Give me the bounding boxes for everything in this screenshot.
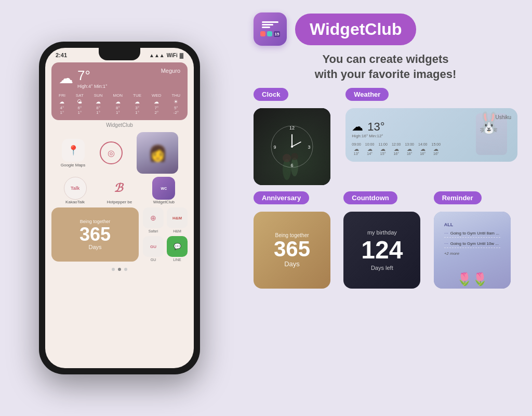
app-header: 15 WidgetClub bbox=[254, 12, 517, 46]
ap-days: 365 bbox=[274, 238, 310, 260]
reminder-content: ALL ⋯ Going to Gym Until 8am ... ⋯ Going… bbox=[440, 218, 504, 260]
gu-icon-item[interactable]: GU GU bbox=[143, 236, 164, 262]
wp-location: Ushiku bbox=[352, 114, 511, 120]
wf-1300: 13:00 ☁ 16° bbox=[405, 142, 414, 155]
photo-widget[interactable]: 👩 bbox=[137, 132, 178, 174]
tagline: You can create widgets with your favorit… bbox=[254, 52, 517, 82]
signal-icon: ▲▲▲ bbox=[149, 53, 165, 58]
reminder-all-badge: ALL bbox=[444, 222, 500, 227]
bottom-grid: Being together 365 Days ⊕ Safari H&M H&M bbox=[45, 205, 194, 266]
cp-event: my birthday bbox=[367, 229, 397, 236]
wf-1200: 12:00 ☁ 16° bbox=[392, 142, 401, 155]
countdown-widget-preview[interactable]: my birthday 124 Days left bbox=[343, 212, 420, 289]
right-panel: 15 WidgetClub You can create widgets wit… bbox=[239, 0, 532, 416]
svg-text:12: 12 bbox=[289, 125, 295, 131]
wp-cloud-icon: ☁ bbox=[352, 120, 363, 134]
dot-2 bbox=[118, 268, 121, 271]
phone-screen: 2:41 ▲▲▲ WiFi ▓ ☁ 7° High:4° Min:1° bbox=[45, 48, 194, 368]
hotpepper-icon: ℬ bbox=[107, 177, 130, 200]
phone-time: 2:41 bbox=[56, 52, 67, 58]
hotpepper-icon-item[interactable]: ℬ Hotpepper be bbox=[107, 177, 132, 204]
line-label: LINE bbox=[167, 258, 188, 262]
cp-days: 124 bbox=[361, 238, 403, 263]
anniversary-badge: Anniversary bbox=[254, 191, 309, 204]
svg-point-11 bbox=[291, 146, 293, 148]
icon-number: 15 bbox=[274, 31, 281, 37]
weather-widget-preview[interactable]: 🐰 Ushiku ☁ 13° High:16° Min:12° 09:00 ☁ … bbox=[345, 108, 517, 162]
reminder-widget-preview[interactable]: 🌷🌷 ALL ⋯ Going to Gym Until 8am ... ⋯ Go… bbox=[434, 212, 511, 289]
safari-label: Safari bbox=[143, 229, 164, 233]
forecast-fri: FRI ☁ 4°1° bbox=[59, 93, 65, 115]
weather-cloud-icon: ☁ bbox=[59, 70, 73, 87]
safari-icon-item[interactable]: ⊕ Safari bbox=[143, 207, 164, 233]
clock-widget-preview[interactable]: 12 3 6 9 bbox=[254, 108, 330, 185]
countdown-column: Countdown my birthday 124 Days left bbox=[343, 191, 427, 289]
weather-temp: 7° bbox=[77, 68, 108, 84]
forecast-tue: TUE ☁ 3°1° bbox=[133, 93, 141, 115]
kakao-icon-item[interactable]: Talk KakaoTalk bbox=[64, 177, 87, 204]
countdown-badge: Countdown bbox=[343, 191, 397, 204]
wf-1500: 15:00 ☁ 16° bbox=[432, 142, 441, 155]
wf-1100: 11:00 ☁ 15° bbox=[378, 142, 388, 155]
widgetclub-center-label: WidgetClub bbox=[45, 122, 194, 128]
anniversary-widget-preview[interactable]: Being together 365 Days bbox=[254, 212, 330, 289]
weather-temp-area: ☁ 7° High:4° Min:1° bbox=[59, 68, 108, 89]
anniversary-days-label: Days bbox=[88, 244, 101, 250]
tagline-text: You can create widgets with your favorit… bbox=[254, 52, 517, 82]
phone-notch bbox=[99, 48, 140, 60]
dot-blue bbox=[267, 31, 272, 36]
clock-badge-container: Clock bbox=[254, 88, 339, 104]
wf-1400: 14:00 ☁ 16° bbox=[418, 142, 428, 155]
app-icon-large: 15 bbox=[254, 12, 287, 46]
circle-outline-item[interactable]: ◎ bbox=[100, 141, 123, 164]
anniversary-column: Anniversary Being together 365 Days bbox=[254, 191, 337, 289]
safari-icon: ⊕ bbox=[143, 207, 164, 228]
weather-badge: Weather bbox=[345, 88, 389, 101]
weather-temp-info: 7° High:4° Min:1° bbox=[77, 68, 108, 89]
forecast-sat: SAT 🌤 6°1° bbox=[76, 93, 84, 115]
circle-icon: ◎ bbox=[100, 141, 123, 164]
phone-weather-widget[interactable]: ☁ 7° High:4° Min:1° Meguro FRI ☁ 4°1° bbox=[51, 62, 188, 120]
icons-row-top: ⊕ Safari H&M H&M bbox=[143, 207, 188, 233]
line-icon-item[interactable]: 💬 LINE bbox=[167, 236, 188, 262]
widget-row-1: Clock 12 3 bbox=[254, 88, 517, 185]
hm-label: H&M bbox=[167, 229, 188, 233]
tagline-line-1: You can create widgets bbox=[323, 53, 449, 66]
app-title-area: WidgetClub bbox=[295, 14, 416, 45]
icon-line-3 bbox=[262, 27, 270, 28]
clock-column: Clock 12 3 bbox=[254, 88, 339, 185]
app-title: WidgetClub bbox=[310, 20, 402, 38]
phone-anniversary-widget[interactable]: Being together 365 Days bbox=[51, 207, 139, 262]
wc-icon-item[interactable]: WC WidgetClub bbox=[152, 177, 175, 204]
forecast-thu: THU ☀ 5°-2° bbox=[172, 93, 180, 115]
svg-text:3: 3 bbox=[308, 145, 310, 150]
reminder-badge: Reminder bbox=[434, 191, 482, 204]
dot-1 bbox=[112, 268, 115, 271]
dot-3 bbox=[124, 268, 127, 271]
maps-label: Google Maps bbox=[61, 163, 86, 167]
maps-icon-item[interactable]: 📍 Google Maps bbox=[61, 139, 86, 167]
wc-small-icon: WC bbox=[152, 177, 175, 200]
weather-forecast: FRI ☁ 4°1° SAT 🌤 6°1° SUN ☁ 8°1° bbox=[59, 93, 180, 115]
gu-icon: GU bbox=[143, 236, 164, 257]
anniversary-days: 365 bbox=[79, 225, 111, 244]
hm-icon-item[interactable]: H&M H&M bbox=[167, 207, 188, 233]
reminder-column: Reminder 🌷🌷 ALL ⋯ Going to Gym Until 8am… bbox=[434, 191, 517, 289]
weather-top: ☁ 7° High:4° Min:1° Meguro bbox=[59, 68, 180, 89]
forecast-mon: MON ☁ 8°1° bbox=[113, 93, 123, 115]
forecast-wed: WED ☁ 7°2° bbox=[152, 93, 162, 115]
svg-text:6: 6 bbox=[290, 163, 293, 168]
kakao-label: KakaoTalk bbox=[64, 200, 87, 204]
svg-text:9: 9 bbox=[273, 145, 276, 150]
hotpepper-label: Hotpepper be bbox=[107, 200, 132, 204]
svg-line-10 bbox=[292, 142, 301, 147]
weather-badge-container: Weather bbox=[345, 88, 517, 104]
dot-red bbox=[260, 31, 265, 36]
icon-line-2 bbox=[262, 24, 273, 25]
anniversary-badge-container: Anniversary bbox=[254, 191, 337, 207]
clock-face-svg: 12 3 6 9 bbox=[269, 123, 315, 170]
phone-mockup: 2:41 ▲▲▲ WiFi ▓ ☁ 7° High:4° Min:1° bbox=[39, 42, 200, 374]
status-icons: ▲▲▲ WiFi ▓ bbox=[149, 53, 183, 58]
reminder-badge-container: Reminder bbox=[434, 191, 517, 207]
maps-icon: 📍 bbox=[62, 139, 85, 162]
